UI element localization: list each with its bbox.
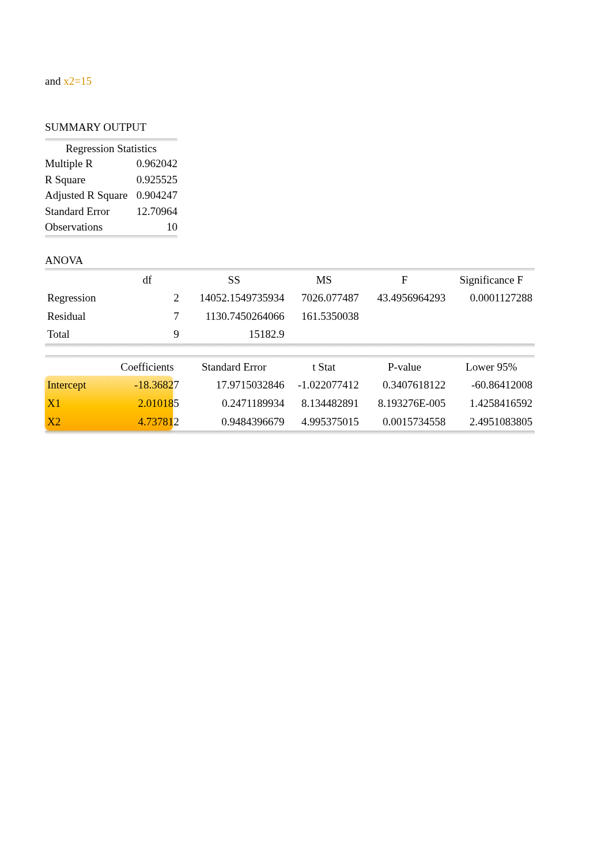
col-header: Lower 95% <box>448 358 535 376</box>
regression-statistics-block: Regression Statistics Multiple R 0.96204… <box>45 138 177 239</box>
cell: -60.86412008 <box>448 376 535 394</box>
intro-and: and <box>45 75 61 87</box>
stat-value: 0.904247 <box>131 187 177 203</box>
anova-block: df SS MS F Significance F Regression 2 1… <box>45 268 535 348</box>
cell: 0.2471189934 <box>182 394 287 413</box>
table-row: Observations 10 <box>45 219 177 235</box>
table-row: Residual 7 1130.7450264066 161.5350038 <box>45 307 535 326</box>
coefficients-block: Coefficients Standard Error t Stat P-val… <box>45 355 535 435</box>
col-header: Standard Error <box>182 358 287 376</box>
col-header: SS <box>182 271 287 289</box>
cell: 14052.1549735934 <box>182 289 287 307</box>
table-row: Regression 2 14052.1549735934 7026.07748… <box>45 289 535 307</box>
stat-label: R Square <box>45 172 131 188</box>
row-label: X2 <box>45 413 113 431</box>
intro-equation: x2=15 <box>63 75 92 87</box>
col-header: Significance F <box>448 271 535 289</box>
row-label: X1 <box>45 394 113 413</box>
stat-value: 0.925525 <box>131 172 177 188</box>
cell: 7026.077487 <box>287 289 361 307</box>
table-header-row: Coefficients Standard Error t Stat P-val… <box>45 358 535 376</box>
row-label: Total <box>45 325 113 344</box>
coefficients-rows: Intercept -18.36827 17.9715032846 -1.022… <box>45 376 535 431</box>
table-row: X2 4.737812 0.9484396679 4.995375015 0.0… <box>45 413 535 431</box>
stat-label: Observations <box>45 219 131 235</box>
cell: 8.134482891 <box>287 394 361 413</box>
stat-label: Adjusted R Square <box>45 187 131 203</box>
cell: 7 <box>113 307 181 326</box>
col-header: Coefficients <box>113 358 181 376</box>
divider <box>45 344 535 348</box>
table-row: Standard Error 12.70964 <box>45 203 177 220</box>
cell: 4.995375015 <box>287 413 361 431</box>
cell: 2 <box>113 289 181 307</box>
anova-table: df SS MS F Significance F Regression 2 1… <box>45 271 535 344</box>
cell: 15182.9 <box>182 325 287 344</box>
cell: 2.4951083805 <box>448 413 535 431</box>
row-label: Intercept <box>45 376 113 394</box>
table-row: Total 9 15182.9 <box>45 325 535 344</box>
col-header: MS <box>287 271 361 289</box>
cell: -18.36827 <box>113 376 181 394</box>
stat-label: Standard Error <box>45 203 131 220</box>
coefficients-table: Intercept -18.36827 17.9715032846 -1.022… <box>45 376 535 431</box>
col-header: P-value <box>361 358 448 376</box>
cell: 8.193276E-005 <box>361 394 448 413</box>
coefficients-header-table: Coefficients Standard Error t Stat P-val… <box>45 358 535 376</box>
stat-value: 0.962042 <box>131 156 177 172</box>
cell: 0.0015734558 <box>361 413 448 431</box>
stat-value: 10 <box>131 219 177 235</box>
cell: 2.010185 <box>113 394 181 413</box>
col-header: F <box>361 271 448 289</box>
cell <box>448 307 535 326</box>
table-row: R Square 0.925525 <box>45 172 177 188</box>
anova-title: ANOVA <box>45 254 567 267</box>
divider <box>45 235 177 239</box>
cell <box>287 325 361 344</box>
cell: 43.4956964293 <box>361 289 448 307</box>
table-row: Intercept -18.36827 17.9715032846 -1.022… <box>45 376 535 394</box>
row-label: Residual <box>45 307 113 326</box>
stat-value: 12.70964 <box>131 203 177 220</box>
cell: 9 <box>113 325 181 344</box>
cell: 0.0001127288 <box>448 289 535 307</box>
cell: 0.9484396679 <box>182 413 287 431</box>
table-row: Multiple R 0.962042 <box>45 156 177 172</box>
cell <box>361 325 448 344</box>
summary-output-title: SUMMARY OUTPUT <box>45 121 567 134</box>
table-row: Adjusted R Square 0.904247 <box>45 187 177 203</box>
row-label: Regression <box>45 289 113 307</box>
cell: 0.3407618122 <box>361 376 448 394</box>
cell: 1130.7450264066 <box>182 307 287 326</box>
stat-label: Multiple R <box>45 156 131 172</box>
regression-statistics-header: Regression Statistics <box>45 141 177 156</box>
table-header-row: df SS MS F Significance F <box>45 271 535 289</box>
cell: 161.5350038 <box>287 307 361 326</box>
cell <box>448 325 535 344</box>
divider <box>45 431 535 435</box>
cell: -1.022077412 <box>287 376 361 394</box>
cell: 4.737812 <box>113 413 181 431</box>
intro-line: and x2=15 <box>45 75 567 88</box>
cell: 17.9715032846 <box>182 376 287 394</box>
cell <box>361 307 448 326</box>
col-header: t Stat <box>287 358 361 376</box>
col-header: df <box>113 271 181 289</box>
table-row: X1 2.010185 0.2471189934 8.134482891 8.1… <box>45 394 535 413</box>
cell: 1.4258416592 <box>448 394 535 413</box>
